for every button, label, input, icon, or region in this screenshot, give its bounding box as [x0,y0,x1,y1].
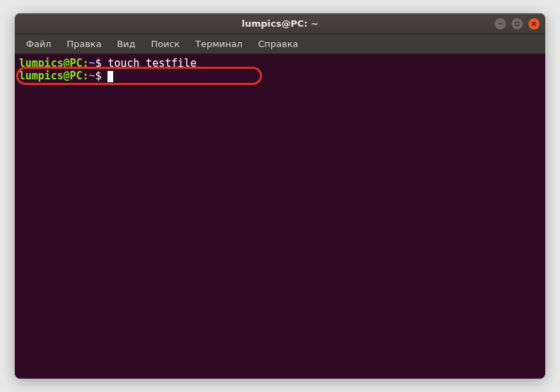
terminal-body[interactable]: lumpics@PC:~$ touch testfile lumpics@PC:… [15,54,545,379]
close-icon [531,21,537,27]
cursor [108,71,113,82]
maximize-button[interactable] [512,18,523,30]
terminal-line: lumpics@PC:~$ [19,70,541,82]
window-controls [495,18,540,30]
terminal-line: lumpics@PC:~$ touch testfile [19,57,541,70]
minimize-icon [497,21,503,27]
prompt-user-host: lumpics@PC: [19,70,89,82]
maximize-icon [514,21,520,27]
window-titlebar[interactable]: lumpics@PC: ~ [15,13,545,34]
menu-terminal[interactable]: Терминал [188,36,249,52]
close-button[interactable] [528,18,540,30]
menu-search[interactable]: Поиск [144,36,187,52]
prompt-symbol: $ [95,70,101,82]
menubar: Файл Правка Вид Поиск Терминал Справка [15,34,545,54]
menu-view[interactable]: Вид [110,36,142,52]
minimize-button[interactable] [495,18,506,30]
prompt-user-host: lumpics@PC: [19,57,89,70]
terminal-window: lumpics@PC: ~ Файл Правка Вид [15,13,545,379]
prompt-symbol: $ [95,57,101,70]
svg-rect-1 [516,22,519,25]
menu-file[interactable]: Файл [19,36,58,52]
menu-help[interactable]: Справка [251,36,305,52]
command-text: touch testfile [108,57,196,70]
window-title: lumpics@PC: ~ [15,18,545,29]
menu-edit[interactable]: Правка [60,36,108,52]
